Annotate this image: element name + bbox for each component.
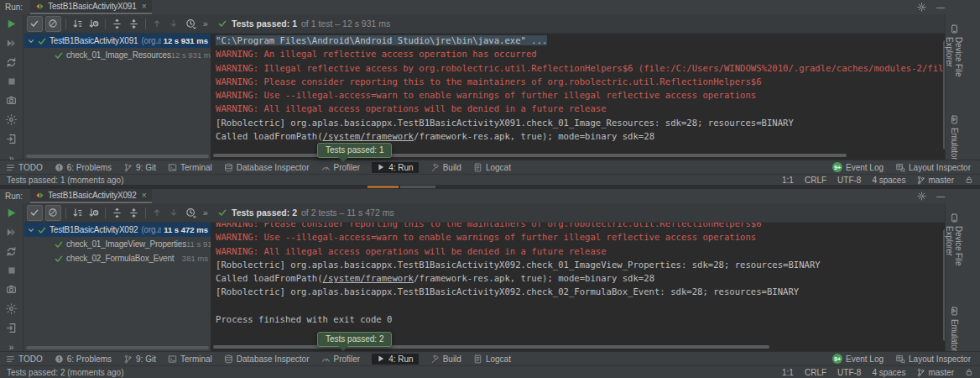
toggle-auto-test-icon[interactable] (6, 57, 17, 68)
test-case-row[interactable]: check_02_FormulaBox_Event 381 ms (24, 251, 211, 265)
statusbar-logcat[interactable]: Logcat (473, 354, 511, 364)
toggle-auto-test-icon[interactable] (6, 246, 17, 257)
sort-by-duration-icon[interactable] (87, 205, 102, 221)
file-encoding[interactable]: UTF-8 (837, 368, 861, 377)
sort-alphabetically-icon[interactable] (70, 205, 85, 221)
toolbar-overflow-icon[interactable]: » (201, 205, 211, 221)
statusbar-git[interactable]: 9: Git (123, 163, 156, 172)
tree-hscrollbar[interactable] (26, 155, 209, 158)
show-ignored-icon[interactable] (45, 205, 61, 221)
file-encoding[interactable]: UTF-8 (837, 176, 861, 185)
rerun-failed-tests-icon[interactable] (6, 227, 17, 238)
test-settings-icon[interactable] (6, 114, 17, 125)
statusbar-event-log[interactable]: 9+Event Log (832, 162, 884, 172)
screen-capture-icon[interactable] (6, 284, 17, 295)
statusbar-todo[interactable]: TODO (6, 354, 43, 364)
rerun-icon[interactable] (6, 18, 17, 29)
test-suite-row[interactable]: TestB1BasicActivityX091 (org.aplas.b 12 … (24, 34, 211, 48)
caret-position[interactable]: 1:1 (782, 368, 794, 377)
stop-icon[interactable] (7, 76, 17, 87)
statusbar-layout-inspector[interactable]: Layout Inspector (896, 162, 971, 172)
tooltip-arrow (338, 346, 348, 351)
collapse-all-icon[interactable] (127, 205, 141, 221)
test-settings-icon[interactable] (6, 303, 17, 314)
rerun-icon[interactable] (6, 207, 17, 218)
statusbar-layout-inspector[interactable]: Layout Inspector (896, 354, 971, 364)
git-branch-widget[interactable]: master (916, 368, 954, 377)
indent-style[interactable]: 4 spaces (872, 368, 905, 377)
hide-icon[interactable]: — (936, 3, 945, 12)
caret-position[interactable]: 1:1 (782, 176, 794, 185)
show-passed-icon[interactable] (27, 205, 43, 221)
line-separator[interactable]: CRLF (805, 176, 826, 185)
run-tab[interactable]: TestB1BasicActivityX092 × (30, 189, 152, 203)
next-failed-test-icon[interactable] (167, 16, 181, 32)
import-test-results-icon[interactable] (6, 323, 17, 333)
close-icon[interactable]: × (142, 2, 147, 11)
test-history-icon[interactable] (184, 16, 198, 32)
console-link[interactable]: /system/framework (323, 131, 414, 141)
emulator-button[interactable]: Emulator (950, 115, 959, 160)
statusbar-event-log[interactable]: 9+Event Log (832, 354, 884, 364)
run-tab[interactable]: TestB1BasicActivityX091 × (30, 0, 152, 14)
show-passed-icon[interactable] (27, 16, 43, 32)
sort-alphabetically-icon[interactable] (70, 16, 85, 32)
test-suite-row[interactable]: TestB1BasicActivityX092 (org.aplas.b 11 … (24, 223, 211, 237)
console-hscrollbar[interactable] (213, 345, 769, 349)
console-text: /framework-res.apk, true); mode=binary s… (414, 273, 654, 283)
gear-icon[interactable] (917, 192, 926, 201)
statusbar-run[interactable]: 4: Run (372, 354, 418, 365)
console-link[interactable]: /system/framework (323, 273, 414, 283)
console-hscrollbar[interactable] (213, 154, 847, 157)
statusbar-database-inspector[interactable]: Database Inspector (224, 354, 310, 364)
rerun-failed-tests-icon[interactable] (6, 38, 17, 49)
emulator-button[interactable]: Emulator (950, 307, 959, 351)
statusbar-problems[interactable]: 6: Problems (55, 354, 112, 364)
statusbar-todo[interactable]: TODO (6, 163, 43, 172)
statusbar-profiler[interactable]: Profiler (321, 354, 361, 364)
git-branch-widget[interactable]: master (916, 176, 954, 185)
expand-all-icon[interactable] (110, 205, 124, 221)
statusbar-build[interactable]: Build (430, 354, 461, 364)
next-failed-test-icon[interactable] (167, 205, 181, 221)
collapse-all-icon[interactable] (127, 16, 141, 32)
toolbar-overflow-icon[interactable]: » (201, 16, 211, 32)
console-output[interactable]: "C:\Program Files\Android\Android Studio… (211, 34, 947, 160)
gear-icon[interactable] (917, 3, 926, 12)
tree-hscrollbar[interactable] (26, 346, 209, 349)
previous-failed-test-icon[interactable] (150, 205, 164, 221)
chevron-down-icon[interactable] (27, 37, 35, 45)
statusbar-right: 9+Event Log Layout Inspector (832, 354, 971, 364)
suite-package: (org.aplas.b (141, 36, 160, 45)
todo-icon (6, 354, 15, 364)
chevron-down-icon[interactable] (27, 226, 35, 234)
statusbar-terminal[interactable]: Terminal (168, 354, 212, 364)
previous-failed-test-icon[interactable] (150, 16, 164, 32)
hide-icon[interactable]: — (936, 192, 945, 201)
show-ignored-icon[interactable] (45, 16, 61, 32)
indent-style[interactable]: 4 spaces (872, 176, 905, 185)
device-file-explorer-button[interactable]: Device File Explorer (945, 213, 963, 290)
statusbar-problems[interactable]: 6: Problems (55, 163, 112, 172)
git-branch-icon (916, 368, 925, 377)
emulator-icon (950, 307, 959, 316)
statusbar-logcat[interactable]: Logcat (473, 163, 511, 172)
tests-passed-tooltip: Tests passed: 2 (317, 332, 392, 347)
device-file-explorer-button[interactable]: Device File Explorer (945, 24, 963, 98)
statusbar-terminal[interactable]: Terminal (168, 163, 212, 172)
statusbar-profiler[interactable]: Profiler (321, 163, 361, 172)
test-case-row[interactable]: check_01_ImageView_Properties 11 s 91 ms (24, 237, 211, 251)
sort-by-duration-icon[interactable] (87, 16, 102, 32)
close-icon[interactable]: × (142, 191, 147, 200)
statusbar-database-inspector[interactable]: Database Inspector (224, 163, 310, 172)
import-test-results-icon[interactable] (6, 134, 17, 144)
expand-all-icon[interactable] (110, 16, 124, 32)
statusbar-run[interactable]: 4: Run (372, 162, 418, 173)
line-separator[interactable]: CRLF (805, 368, 826, 377)
stop-icon[interactable] (7, 265, 17, 276)
test-history-icon[interactable] (184, 205, 198, 221)
screen-capture-icon[interactable] (6, 95, 17, 106)
statusbar-build[interactable]: Build (430, 163, 461, 172)
statusbar-git[interactable]: 9: Git (123, 354, 156, 364)
test-case-row[interactable]: check_01_Image_Resources 12 s 931 ms (24, 48, 211, 62)
